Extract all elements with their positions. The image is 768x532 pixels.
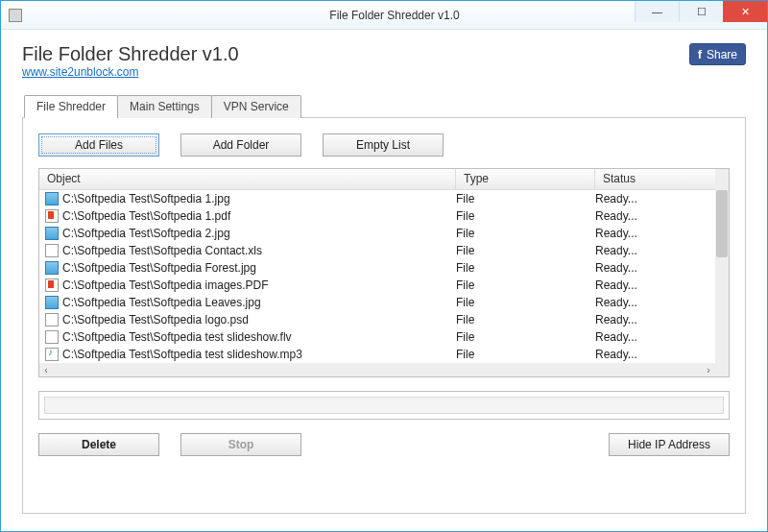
table-row[interactable]: C:\Softpedia Test\Softpedia 1.pdfFileRea… — [39, 207, 715, 225]
cell-type: File — [456, 330, 595, 344]
cell-status: Ready... — [595, 261, 715, 275]
cell-object: C:\Softpedia Test\Softpedia Forest.jpg — [62, 261, 456, 275]
table-row[interactable]: C:\Softpedia Test\Softpedia 2.jpgFileRea… — [39, 225, 715, 242]
progress-bar — [44, 397, 724, 414]
cell-status: Ready... — [595, 278, 715, 292]
top-button-row: Add Files Add Folder Empty List — [38, 133, 730, 157]
facebook-icon: f — [698, 47, 702, 61]
app-title: File Folder Shredder v1.0 — [22, 43, 689, 65]
tab-panel: Add Files Add Folder Empty List Object T… — [22, 117, 746, 514]
progress-area — [38, 391, 730, 420]
audio-icon — [45, 348, 59, 361]
cell-type: File — [456, 192, 595, 206]
cell-object: C:\Softpedia Test\Softpedia Contact.xls — [62, 244, 456, 257]
add-folder-button[interactable]: Add Folder — [180, 133, 301, 157]
table-row[interactable]: C:\Softpedia Test\Softpedia test slidesh… — [39, 328, 715, 346]
table-row[interactable]: C:\Softpedia Test\Softpedia Leaves.jpgFi… — [39, 294, 715, 311]
minimize-button[interactable]: — — [635, 1, 679, 22]
titlebar[interactable]: File Folder Shredder v1.0 — ☐ ✕ — [1, 1, 767, 30]
image-icon — [45, 296, 59, 309]
cell-object: C:\Softpedia Test\Softpedia test slidesh… — [62, 348, 456, 361]
cell-status: Ready... — [595, 244, 715, 257]
cell-status: Ready... — [595, 192, 715, 206]
cell-status: Ready... — [595, 348, 715, 361]
cell-type: File — [456, 313, 595, 326]
cell-object: C:\Softpedia Test\Softpedia images.PDF — [62, 278, 456, 292]
pdf-icon — [45, 278, 59, 292]
maximize-button[interactable]: ☐ — [679, 1, 723, 22]
cell-type: File — [456, 278, 595, 292]
file-icon — [45, 330, 59, 344]
col-status[interactable]: Status — [595, 169, 729, 189]
share-button[interactable]: f Share — [689, 43, 746, 65]
cell-object: C:\Softpedia Test\Softpedia test slidesh… — [62, 330, 456, 344]
scroll-corner — [715, 363, 729, 376]
empty-list-button[interactable]: Empty List — [323, 133, 444, 157]
table-row[interactable]: C:\Softpedia Test\Softpedia 1.jpgFileRea… — [39, 190, 715, 207]
delete-button[interactable]: Delete — [38, 433, 159, 456]
image-icon — [45, 261, 59, 275]
cell-type: File — [456, 209, 595, 223]
close-button[interactable]: ✕ — [723, 1, 767, 22]
horizontal-scrollbar[interactable]: ‹ › — [39, 363, 715, 376]
scroll-right-icon[interactable]: › — [702, 363, 715, 376]
cell-object: C:\Softpedia Test\Softpedia Leaves.jpg — [62, 296, 456, 309]
site-link[interactable]: www.site2unblock.com — [22, 65, 138, 79]
pdf-icon — [45, 209, 59, 223]
bottom-button-row: Delete Stop Hide IP Address — [38, 433, 730, 456]
app-window: File Folder Shredder v1.0 — ☐ ✕ File Fol… — [0, 0, 768, 532]
stop-button[interactable]: Stop — [180, 433, 301, 456]
add-files-button[interactable]: Add Files — [38, 133, 159, 157]
scroll-left-icon[interactable]: ‹ — [39, 363, 53, 376]
cell-type: File — [456, 296, 595, 309]
file-icon — [45, 244, 59, 257]
cell-type: File — [456, 348, 595, 361]
content: File Shredder Main Settings VPN Service … — [1, 88, 767, 531]
image-icon — [45, 192, 59, 206]
cell-object: C:\Softpedia Test\Softpedia 1.jpg — [62, 192, 456, 206]
window-controls: — ☐ ✕ — [635, 1, 767, 22]
list-body[interactable]: C:\Softpedia Test\Softpedia 1.jpgFileRea… — [39, 190, 715, 363]
cell-object: C:\Softpedia Test\Softpedia 1.pdf — [62, 209, 456, 223]
table-row[interactable]: C:\Softpedia Test\Softpedia test slidesh… — [39, 346, 715, 363]
cell-status: Ready... — [595, 209, 715, 223]
table-row[interactable]: C:\Softpedia Test\Softpedia Forest.jpgFi… — [39, 259, 715, 277]
file-list: Object Type Status C:\Softpedia Test\Sof… — [38, 168, 730, 377]
hide-ip-button[interactable]: Hide IP Address — [609, 433, 730, 456]
table-row[interactable]: C:\Softpedia Test\Softpedia images.PDFFi… — [39, 277, 715, 294]
cell-status: Ready... — [595, 330, 715, 344]
col-object[interactable]: Object — [39, 169, 456, 189]
cell-status: Ready... — [595, 313, 715, 326]
cell-object: C:\Softpedia Test\Softpedia logo.psd — [62, 313, 456, 326]
tab-file-shredder[interactable]: File Shredder — [24, 95, 118, 118]
image-icon — [45, 227, 59, 240]
app-icon — [9, 9, 22, 22]
vertical-scrollbar[interactable] — [715, 169, 729, 363]
table-row[interactable]: C:\Softpedia Test\Softpedia Contact.xlsF… — [39, 242, 715, 259]
tab-vpn-service[interactable]: VPN Service — [211, 95, 301, 118]
scroll-thumb[interactable] — [716, 190, 728, 257]
cell-type: File — [456, 261, 595, 275]
table-row[interactable]: C:\Softpedia Test\Softpedia logo.psdFile… — [39, 311, 715, 328]
file-icon — [45, 313, 59, 326]
cell-status: Ready... — [595, 227, 715, 240]
cell-type: File — [456, 244, 595, 257]
cell-object: C:\Softpedia Test\Softpedia 2.jpg — [62, 227, 456, 240]
tab-main-settings[interactable]: Main Settings — [117, 95, 212, 118]
list-header: Object Type Status — [39, 169, 729, 190]
share-label: Share — [707, 48, 737, 61]
header: File Folder Shredder v1.0 www.site2unblo… — [1, 30, 767, 88]
col-type[interactable]: Type — [456, 169, 595, 189]
cell-status: Ready... — [595, 296, 715, 309]
tab-bar: File Shredder Main Settings VPN Service — [24, 95, 746, 118]
cell-type: File — [456, 227, 595, 240]
